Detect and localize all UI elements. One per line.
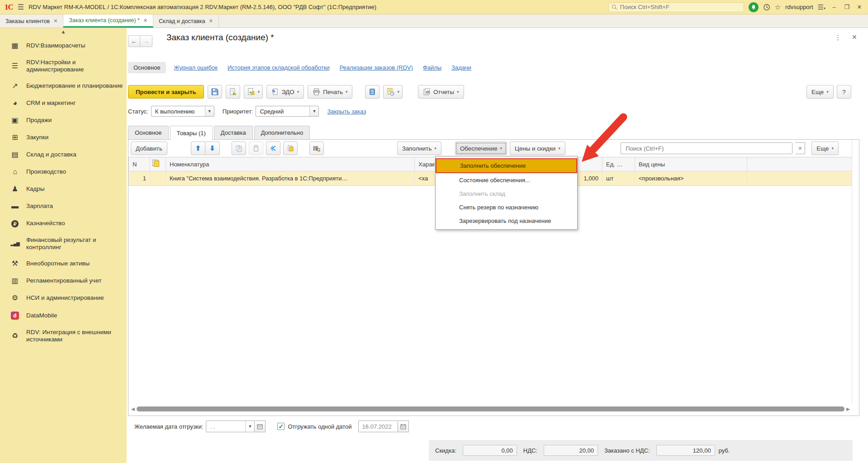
col-flag[interactable] [150, 157, 166, 171]
post-and-close-button[interactable]: Провести и закрыть [128, 85, 204, 99]
chevron-down-icon[interactable]: ▼ [245, 421, 254, 432]
scrollbar-thumb[interactable] [137, 406, 845, 411]
status-select[interactable]: К выполнению ▼ [151, 106, 214, 117]
sidebar-item-treasury[interactable]: ₽Казначейство [0, 215, 127, 232]
maximize-button[interactable]: ❐ [843, 4, 851, 10]
tab-delivery[interactable]: Доставка [214, 126, 253, 139]
sidebar-collapse-arrow[interactable]: ▲ [0, 29, 127, 37]
sidebar-item-production[interactable]: ⌂Производство [0, 163, 127, 180]
sidebar-item-finance[interactable]: ▂▄▆Финансовый результат и контроллинг [0, 232, 127, 255]
global-search[interactable] [608, 2, 744, 12]
barcode-scan-button[interactable] [309, 142, 324, 155]
scroll-left-icon[interactable]: ◀ [131, 406, 135, 411]
nav-link-files[interactable]: Файлы [423, 64, 441, 71]
minimize-button[interactable]: – [830, 4, 838, 10]
prices-discounts-dropdown[interactable]: Цены и скидки ▾ [510, 142, 565, 155]
tab-goods[interactable]: Товары (1) [170, 126, 213, 140]
scroll-right-icon[interactable]: ▶ [846, 406, 850, 411]
cell-nomenclature[interactable]: Книга "Система взаимодействия. Разработк… [166, 171, 415, 186]
horizontal-scrollbar[interactable]: ◀ ▶ [131, 406, 850, 412]
forward-arrow-button[interactable]: → [140, 35, 152, 47]
sidebar-item-rdv-admin[interactable]: ☰RDV:Настройки и администрирование [0, 54, 127, 77]
calendar-icon[interactable] [255, 420, 266, 432]
back-arrow-button[interactable]: ← [128, 35, 140, 47]
fill-dropdown[interactable]: Заполнить ▾ [397, 142, 441, 155]
copy-button[interactable] [232, 142, 246, 155]
help-button[interactable]: ? [837, 85, 851, 99]
sidebar-item-datamobile[interactable]: dDataMobile [0, 307, 127, 324]
nav-link-realizations[interactable]: Реализации заказов (RDV) [340, 64, 413, 71]
close-window-button[interactable]: ✕ [855, 4, 863, 10]
sidebar-item-nsi-admin[interactable]: ⚙НСИ и администрирование [0, 289, 127, 307]
chevron-down-icon[interactable]: ▼ [205, 106, 214, 116]
vertical-scrollbar[interactable] [852, 140, 859, 405]
move-up-button[interactable]: ⬆ [191, 142, 205, 155]
menu-item-remove-reserve[interactable]: Снять резерв по назначению [436, 200, 577, 214]
calendar-icon[interactable] [398, 420, 409, 432]
col-price-kind[interactable]: Вид цены [635, 157, 747, 171]
post-options-dropdown[interactable]: ▾ [244, 85, 263, 99]
tab-warehouse[interactable]: Склад и доставка ✕ [153, 14, 219, 28]
table-search-input[interactable] [625, 145, 788, 152]
sidebar-item-fixed-assets[interactable]: ⚒Внеоборотные активы [0, 255, 127, 272]
clear-search-icon[interactable]: ✕ [795, 142, 805, 154]
favorites-star-icon[interactable]: ☆ [775, 3, 781, 11]
main-menu-icon[interactable]: ☰ [18, 3, 24, 11]
sidebar-item-warehouse[interactable]: ▤Склад и доставка [0, 146, 127, 163]
nav-main-chip[interactable]: Основное [128, 62, 166, 73]
close-order-link[interactable]: Закрыть заказ [327, 108, 366, 115]
reports-dropdown[interactable]: Отчеты ▾ [418, 85, 464, 99]
priority-select[interactable]: Средний ▼ [256, 106, 319, 117]
cell-flag[interactable] [150, 171, 166, 186]
notifications-bell-icon[interactable] [749, 2, 759, 12]
tasks-dropdown[interactable]: ▾ [383, 85, 403, 99]
close-form-icon[interactable]: ✕ [852, 33, 857, 41]
shipment-date-input[interactable]: 16.07.2022 [358, 420, 398, 432]
supply-dropdown[interactable]: Обеспечение ▾ [455, 142, 507, 155]
cell-price-kind[interactable]: <произвольная> [635, 171, 747, 186]
edo-dropdown[interactable]: ЭДО ▾ [266, 85, 304, 99]
tab-orders-list[interactable]: Заказы клиентов ✕ [0, 14, 63, 28]
table-search[interactable] [621, 142, 792, 154]
cell-n[interactable]: 1 [129, 171, 150, 186]
menu-item-fill-supply[interactable]: Заполнить обеспечение [436, 158, 577, 173]
show-changed-button[interactable] [283, 142, 298, 155]
post-document-button[interactable] [226, 85, 240, 99]
nav-link-warehouse-history[interactable]: История этапов складской обработки [228, 64, 330, 71]
tab-order-create[interactable]: Заказ клиента (создание) * ✕ [63, 14, 153, 28]
global-search-input[interactable] [619, 3, 741, 11]
sidebar-item-rdv-settlements[interactable]: ▦RDV:Взаиморасчеты [0, 37, 127, 54]
menu-item-supply-state[interactable]: Состояние обеспечения... [436, 173, 577, 187]
service-menu-icon[interactable]: ☰▾ [818, 3, 825, 11]
single-date-checkbox[interactable]: ✓ [277, 423, 285, 430]
nav-link-error-log[interactable]: Журнал ошибок [174, 64, 218, 71]
kebab-menu-icon[interactable]: ⋮ [835, 33, 841, 42]
split-row-button[interactable] [266, 142, 280, 155]
col-n[interactable]: N [129, 157, 150, 171]
tab-close-icon[interactable]: ✕ [143, 18, 147, 24]
sidebar-item-rdv-integration[interactable]: ♻RDV: Интеграция с внешними источниками [0, 324, 127, 347]
tab-main[interactable]: Основное [128, 126, 169, 139]
sidebar-item-salary[interactable]: ▬Зарплата [0, 198, 127, 215]
current-user[interactable]: rdvsupport [785, 4, 813, 10]
sidebar-item-regulated-accounting[interactable]: ▥Регламентированный учет [0, 272, 127, 289]
print-dropdown[interactable]: Печать ▾ [308, 85, 352, 99]
tab-close-icon[interactable]: ✕ [209, 18, 213, 24]
tab-close-icon[interactable]: ✕ [53, 18, 57, 24]
menu-item-reserve-assignment[interactable]: Зарезервировать под назначение [436, 214, 577, 227]
chevron-down-icon[interactable]: ▼ [309, 106, 318, 116]
move-down-button[interactable]: ⬇ [205, 142, 220, 155]
history-icon[interactable] [763, 4, 770, 11]
form-more-dropdown[interactable]: Еще ▾ [806, 85, 834, 99]
sidebar-item-crm[interactable]: ◕CRM и маркетинг [0, 94, 127, 112]
col-nomenclature[interactable]: Номенклатура [166, 157, 415, 171]
tab-additional[interactable]: Дополнительно [254, 126, 310, 139]
document-structure-button[interactable] [365, 85, 379, 99]
table-more-dropdown[interactable]: Еще ▾ [811, 142, 839, 155]
sidebar-item-budgeting[interactable]: ↗Бюджетирование и планирование [0, 77, 127, 94]
sidebar-item-hr[interactable]: ♟Кадры [0, 180, 127, 198]
add-row-button[interactable]: Добавить [131, 142, 167, 155]
sidebar-item-purchases[interactable]: ⊞Закупки [0, 129, 127, 146]
nav-link-tasks[interactable]: Задачи [451, 64, 471, 71]
desired-date-input[interactable]: . . ▼ [206, 420, 255, 432]
